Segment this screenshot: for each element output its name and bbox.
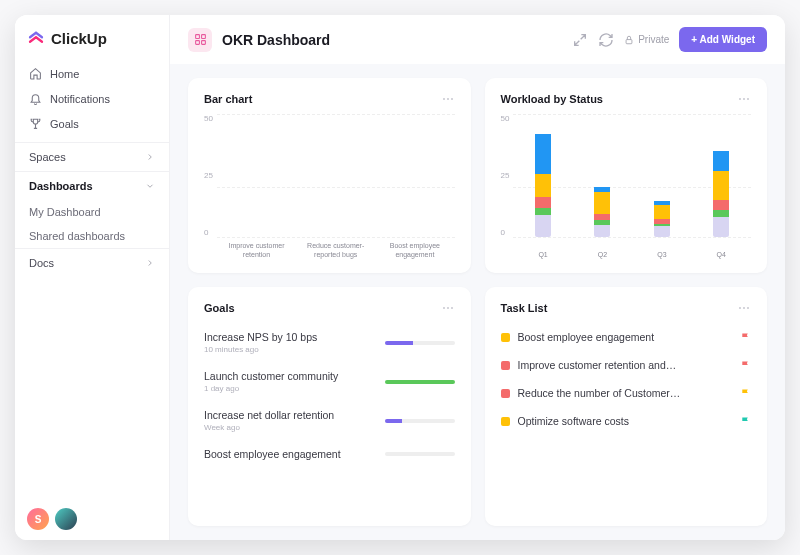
section-label: Spaces xyxy=(29,151,66,163)
bar-chart-plot: Improve customer retentionReduce custome… xyxy=(217,114,455,259)
sidebar-item-goals[interactable]: Goals xyxy=(15,111,169,136)
bar-segment xyxy=(654,226,670,237)
sidebar-section-spaces[interactable]: Spaces xyxy=(15,142,169,171)
chevron-right-icon xyxy=(145,258,155,268)
x-category: Q2 xyxy=(573,251,632,259)
flag-icon xyxy=(740,332,751,343)
privacy-label: Private xyxy=(638,34,669,45)
goal-row[interactable]: Increase NPS by 10 bps10 minutes ago xyxy=(204,323,455,362)
sidebar: ClickUp Home Notifications Goals Spaces … xyxy=(15,15,170,540)
y-axis: 50 25 0 xyxy=(204,114,217,259)
brand: ClickUp xyxy=(15,15,169,61)
stacked-bar xyxy=(713,135,729,237)
expand-icon[interactable] xyxy=(572,32,588,48)
card-goals: Goals ⋯ Increase NPS by 10 bps10 minutes… xyxy=(188,287,471,526)
status-square xyxy=(501,333,510,342)
goal-timestamp: 1 day ago xyxy=(204,384,375,393)
svg-rect-4 xyxy=(626,39,632,43)
sidebar-item-label: Home xyxy=(50,68,79,80)
goal-timestamp: Week ago xyxy=(204,423,375,432)
bar-segment xyxy=(535,134,551,174)
task-label: Improve customer retention and… xyxy=(518,359,733,371)
sidebar-item-shared-dashboards[interactable]: Shared dashboards xyxy=(15,224,169,248)
card-title: Goals xyxy=(204,302,235,314)
refresh-icon[interactable] xyxy=(598,32,614,48)
add-widget-button[interactable]: + Add Widget xyxy=(679,27,767,52)
sidebar-item-my-dashboard[interactable]: My Dashboard xyxy=(15,200,169,224)
goal-title: Increase net dollar retention xyxy=(204,409,375,421)
main: OKR Dashboard Private + Add Widget Bar c… xyxy=(170,15,785,540)
more-icon[interactable]: ⋯ xyxy=(442,301,455,315)
goal-row[interactable]: Increase net dollar retentionWeek ago xyxy=(204,401,455,440)
card-title: Workload by Status xyxy=(501,93,603,105)
task-row[interactable]: Improve customer retention and… xyxy=(501,351,752,379)
bar-segment xyxy=(713,151,729,171)
card-bar-chart: Bar chart ⋯ 50 25 0 Improve customer ret… xyxy=(188,78,471,273)
y-axis: 50 25 0 xyxy=(501,114,514,259)
privacy-indicator[interactable]: Private xyxy=(624,34,669,45)
bar-segment xyxy=(713,217,729,237)
progress-bar xyxy=(385,452,455,456)
status-square xyxy=(501,417,510,426)
progress-bar xyxy=(385,341,455,345)
task-label: Optimize software costs xyxy=(518,415,733,427)
task-row[interactable]: Boost employee engagement xyxy=(501,323,752,351)
sidebar-item-notifications[interactable]: Notifications xyxy=(15,86,169,111)
bar-segment xyxy=(535,208,551,215)
x-category: Improve customer retention xyxy=(217,242,295,259)
more-icon[interactable]: ⋯ xyxy=(738,301,751,315)
avatar[interactable]: S xyxy=(27,508,49,530)
home-icon xyxy=(29,67,42,80)
trophy-icon xyxy=(29,117,42,130)
card-title: Bar chart xyxy=(204,93,252,105)
sidebar-item-label: Notifications xyxy=(50,93,110,105)
more-icon[interactable]: ⋯ xyxy=(442,92,455,106)
sidebar-item-home[interactable]: Home xyxy=(15,61,169,86)
stacked-bar xyxy=(535,125,551,237)
more-icon[interactable]: ⋯ xyxy=(738,92,751,106)
progress-bar xyxy=(385,380,455,384)
bar-segment xyxy=(594,225,610,237)
sidebar-footer: S xyxy=(15,498,169,540)
stacked-bar xyxy=(654,171,670,237)
bar-segment xyxy=(594,192,610,214)
flag-icon xyxy=(740,388,751,399)
card-workload-by-status: Workload by Status ⋯ 50 25 0 Q1Q2Q3Q4 xyxy=(485,78,768,273)
bell-icon xyxy=(29,92,42,105)
bar-segment xyxy=(713,171,729,200)
x-category: Q4 xyxy=(692,251,751,259)
svg-rect-0 xyxy=(195,35,199,39)
page-title: OKR Dashboard xyxy=(222,32,330,48)
goal-row[interactable]: Boost employee engagement xyxy=(204,440,455,468)
svg-rect-1 xyxy=(201,35,205,39)
sidebar-section-dashboards[interactable]: Dashboards xyxy=(15,171,169,200)
chevron-right-icon xyxy=(145,152,155,162)
task-row[interactable]: Reduce the number of Customer… xyxy=(501,379,752,407)
x-category: Reduce customer-reported bugs xyxy=(296,242,374,259)
sidebar-section-docs[interactable]: Docs xyxy=(15,248,169,277)
bar-segment xyxy=(535,215,551,237)
chevron-down-icon xyxy=(145,181,155,191)
goal-title: Boost employee engagement xyxy=(204,448,375,460)
progress-bar xyxy=(385,419,455,423)
avatar[interactable] xyxy=(55,508,77,530)
goal-row[interactable]: Launch customer community1 day ago xyxy=(204,362,455,401)
status-square xyxy=(501,361,510,370)
bar-segment xyxy=(535,197,551,208)
bar-segment xyxy=(535,174,551,196)
sidebar-item-label: Goals xyxy=(50,118,79,130)
brand-name: ClickUp xyxy=(51,30,107,47)
flag-icon xyxy=(740,416,751,427)
x-category: Boost employee engagement xyxy=(376,242,454,259)
card-title: Task List xyxy=(501,302,548,314)
section-label: Dashboards xyxy=(29,180,93,192)
task-row[interactable]: Optimize software costs xyxy=(501,407,752,435)
clickup-logo-icon xyxy=(27,29,45,47)
flag-icon xyxy=(740,360,751,371)
task-label: Boost employee engagement xyxy=(518,331,733,343)
x-category: Q3 xyxy=(632,251,691,259)
header: OKR Dashboard Private + Add Widget xyxy=(170,15,785,64)
bar-segment xyxy=(654,205,670,218)
dashboard-icon xyxy=(188,28,212,52)
goal-timestamp: 10 minutes ago xyxy=(204,345,375,354)
